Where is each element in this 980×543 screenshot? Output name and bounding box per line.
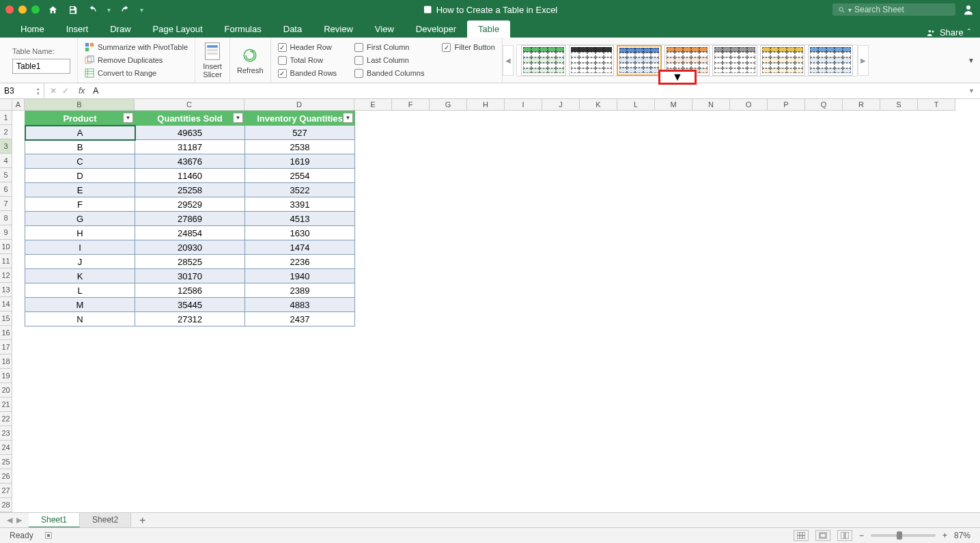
col-header-F[interactable]: F <box>392 99 430 111</box>
col-header-H[interactable]: H <box>467 99 505 111</box>
cell[interactable]: 49635 <box>135 126 245 140</box>
row-header-9[interactable]: 9 <box>0 225 12 240</box>
styles-prev-button[interactable]: ◀ <box>503 45 514 76</box>
name-box[interactable]: B3 ▴▾ <box>0 83 44 98</box>
table-style-4[interactable] <box>712 45 757 76</box>
col-header-K[interactable]: K <box>580 99 617 111</box>
cell[interactable]: 25258 <box>135 183 245 197</box>
col-header-J[interactable]: J <box>542 99 580 111</box>
cell[interactable]: I <box>25 240 135 255</box>
cell[interactable]: M <box>25 298 135 312</box>
cell[interactable]: 4883 <box>245 298 355 312</box>
cell[interactable]: 2437 <box>245 312 355 326</box>
cell[interactable]: 1630 <box>245 226 355 240</box>
tab-insert[interactable]: Insert <box>55 20 100 38</box>
zoom-level[interactable]: 87% <box>954 531 970 540</box>
cell[interactable]: 24854 <box>135 226 245 240</box>
cell[interactable]: 31187 <box>135 140 245 154</box>
summarize-pivot-button[interactable]: Summarize with PivotTable <box>85 42 188 52</box>
row-header-21[interactable]: 21 <box>0 398 12 412</box>
cell[interactable]: 27312 <box>135 312 245 326</box>
cell[interactable]: B <box>25 140 135 154</box>
redo-icon[interactable] <box>120 5 130 15</box>
cell[interactable]: 1940 <box>245 269 355 283</box>
undo-dropdown[interactable]: ▾ <box>107 6 111 14</box>
convert-range-button[interactable]: Convert to Range <box>85 68 188 78</box>
row-header-15[interactable]: 15 <box>0 311 12 326</box>
filter-button-1[interactable]: ▼ <box>233 113 243 123</box>
cell[interactable]: L <box>25 283 135 298</box>
row-header-22[interactable]: 22 <box>0 412 12 426</box>
col-header-A[interactable]: A <box>12 99 25 111</box>
cell[interactable]: 4513 <box>245 212 355 226</box>
cell[interactable]: H <box>25 226 135 240</box>
sheet-next-icon[interactable]: ▶ <box>16 516 22 525</box>
cell[interactable]: A <box>25 126 135 140</box>
tab-home[interactable]: Home <box>10 20 55 38</box>
col-header-S[interactable]: S <box>880 99 918 111</box>
row-header-25[interactable]: 25 <box>0 455 12 469</box>
formula-input[interactable]: A <box>89 86 963 96</box>
cell[interactable]: 11460 <box>135 169 245 183</box>
row-header-7[interactable]: 7 <box>0 197 12 211</box>
cell[interactable]: C <box>25 154 135 169</box>
home-icon[interactable] <box>48 5 58 15</box>
remove-duplicates-button[interactable]: Remove Duplicates <box>85 55 188 65</box>
formula-expand-icon[interactable]: ▼ <box>963 87 980 94</box>
row-header-14[interactable]: 14 <box>0 297 12 311</box>
cell[interactable]: 3391 <box>245 197 355 212</box>
tab-formulas[interactable]: Formulas <box>214 20 272 38</box>
filter-button-0[interactable]: ▼ <box>123 113 133 123</box>
cell[interactable]: J <box>25 255 135 269</box>
qat-customize-icon[interactable]: ▾ <box>140 6 143 14</box>
tab-review[interactable]: Review <box>313 20 364 38</box>
first-column-checkbox[interactable]: First Column <box>354 43 424 52</box>
add-sheet-button[interactable]: + <box>131 514 154 527</box>
tab-table[interactable]: Table <box>467 20 510 38</box>
col-header-T[interactable]: T <box>918 99 955 111</box>
col-header-I[interactable]: I <box>505 99 542 111</box>
col-header-M[interactable]: M <box>655 99 692 111</box>
filter-button-2[interactable]: ▼ <box>343 113 353 123</box>
close-button[interactable] <box>5 5 14 14</box>
row-header-13[interactable]: 13 <box>0 283 12 297</box>
cell[interactable]: 12586 <box>135 283 245 298</box>
share-button[interactable]: Share <box>940 27 964 38</box>
row-header-16[interactable]: 16 <box>0 326 12 340</box>
col-header-C[interactable]: C <box>135 99 244 111</box>
zoom-out-button[interactable]: − <box>859 531 864 540</box>
refresh-button[interactable]: Refresh <box>237 46 264 74</box>
tab-view[interactable]: View <box>364 20 405 38</box>
sheet-prev-icon[interactable]: ◀ <box>7 516 12 525</box>
header-row-checkbox[interactable]: ✓Header Row <box>278 43 337 52</box>
cell[interactable]: 43676 <box>135 154 245 169</box>
table-style-6[interactable] <box>808 45 853 76</box>
row-header-12[interactable]: 12 <box>0 268 12 283</box>
row-header-3[interactable]: 3 <box>0 139 12 154</box>
tab-developer[interactable]: Developer <box>405 20 467 38</box>
cell[interactable]: 2538 <box>245 140 355 154</box>
col-header-P[interactable]: P <box>768 99 805 111</box>
row-header-10[interactable]: 10 <box>0 240 12 254</box>
cell[interactable]: K <box>25 269 135 283</box>
cell[interactable]: 2389 <box>245 283 355 298</box>
cell[interactable]: 20930 <box>135 240 245 255</box>
table-style-0[interactable] <box>521 45 566 76</box>
macro-icon[interactable] <box>43 531 54 540</box>
banded-columns-checkbox[interactable]: Banded Columns <box>354 69 424 78</box>
table-style-1[interactable] <box>569 45 614 76</box>
row-header-11[interactable]: 11 <box>0 254 12 268</box>
insert-slicer-button[interactable]: Insert Slicer <box>202 42 223 79</box>
col-header-G[interactable]: G <box>430 99 467 111</box>
cell[interactable]: 2236 <box>245 255 355 269</box>
maximize-button[interactable] <box>31 5 40 14</box>
cell[interactable]: E <box>25 183 135 197</box>
cell[interactable]: 27869 <box>135 212 245 226</box>
styles-more-button[interactable]: ▼ <box>658 70 697 85</box>
cell[interactable]: G <box>25 212 135 226</box>
sheet-tab-sheet2[interactable]: Sheet2 <box>80 513 131 528</box>
col-header-Q[interactable]: Q <box>805 99 843 111</box>
row-header-8[interactable]: 8 <box>0 211 12 225</box>
sheet-tab-sheet1[interactable]: Sheet1 <box>29 513 80 528</box>
row-header-5[interactable]: 5 <box>0 168 12 182</box>
